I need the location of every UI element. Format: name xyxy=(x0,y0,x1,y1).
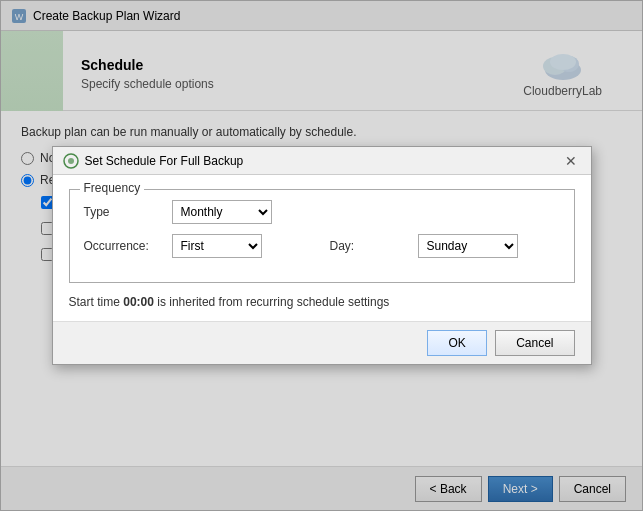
modal-footer: OK Cancel xyxy=(53,321,591,364)
modal-icon xyxy=(63,153,79,169)
day-label: Day: xyxy=(330,239,410,253)
modal-cancel-button[interactable]: Cancel xyxy=(495,330,574,356)
occurrence-row: Occurrence: First Second Third Fourth La… xyxy=(84,234,560,258)
inherited-time: 00:00 xyxy=(123,295,154,309)
modal-overlay: Set Schedule For Full Backup ✕ Frequency… xyxy=(1,1,642,510)
modal-title-text: Set Schedule For Full Backup xyxy=(85,154,555,168)
modal-window: Set Schedule For Full Backup ✕ Frequency… xyxy=(52,146,592,365)
modal-ok-button[interactable]: OK xyxy=(427,330,487,356)
occurrence-select[interactable]: First Second Third Fourth Last xyxy=(172,234,262,258)
occurrence-label: Occurrence: xyxy=(84,239,164,253)
frequency-group: Frequency Type Monthly Weekly Daily Once xyxy=(69,189,575,283)
day-select[interactable]: Sunday Monday Tuesday Wednesday Thursday… xyxy=(418,234,518,258)
wizard-window: W Create Backup Plan Wizard Schedule Spe… xyxy=(0,0,643,511)
type-row: Type Monthly Weekly Daily Once xyxy=(84,200,560,224)
type-label: Type xyxy=(84,205,164,219)
modal-content: Frequency Type Monthly Weekly Daily Once xyxy=(53,175,591,321)
type-select[interactable]: Monthly Weekly Daily Once xyxy=(172,200,272,224)
frequency-group-title: Frequency xyxy=(80,181,145,195)
inherited-text: Start time 00:00 is inherited from recur… xyxy=(69,295,575,309)
svg-point-11 xyxy=(68,158,74,164)
modal-title-bar: Set Schedule For Full Backup ✕ xyxy=(53,147,591,175)
modal-close-button[interactable]: ✕ xyxy=(561,151,581,171)
